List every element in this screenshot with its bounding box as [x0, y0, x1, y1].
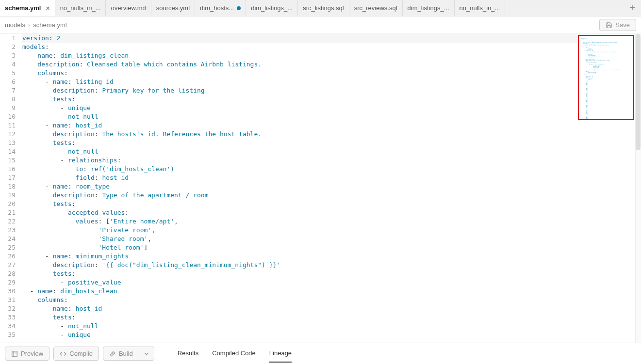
code-line[interactable]: description: Primary key for the listing — [22, 86, 641, 95]
code-line[interactable]: to: ref('dim_hosts_clean') — [22, 165, 641, 174]
save-icon — [606, 22, 612, 29]
tab[interactable]: dim_listings_... — [246, 0, 298, 16]
line-number: 12 — [3, 130, 16, 139]
line-number-gutter: 1234567891011121314151617181920212223242… — [0, 34, 22, 343]
breadcrumb-item[interactable]: schema.yml — [33, 21, 66, 29]
line-number: 5 — [3, 69, 16, 78]
line-number: 33 — [3, 313, 16, 322]
line-number: 28 — [3, 269, 16, 278]
new-tab-button[interactable]: + — [624, 0, 641, 16]
code-line[interactable]: - unique — [22, 104, 641, 112]
save-button-label: Save — [615, 21, 630, 29]
line-number: 2 — [3, 43, 16, 51]
line-number: 31 — [3, 296, 16, 304]
scrollbar-thumb[interactable] — [636, 34, 641, 150]
breadcrumb: models › schema.yml — [5, 21, 67, 29]
code-line[interactable]: - name: dim_listings_clean — [22, 51, 641, 60]
code-line[interactable]: description: Cleansed table which contai… — [22, 60, 641, 69]
code-line[interactable]: - name: host_id — [22, 121, 641, 130]
line-number: 10 — [3, 112, 16, 121]
code-line[interactable]: tests: — [22, 95, 641, 104]
line-number: 32 — [3, 304, 16, 313]
save-button[interactable]: Save — [599, 19, 636, 31]
code-line[interactable]: 'Private room', — [22, 226, 641, 235]
code-line[interactable]: description: '{{ doc("dim_listing_clean_… — [22, 261, 641, 269]
minimap[interactable]: version: 2models: - name: dim_listings_c… — [578, 35, 634, 120]
line-number: 3 — [3, 51, 16, 60]
breadcrumb-item[interactable]: models — [5, 21, 25, 29]
code-line[interactable]: columns: — [22, 69, 641, 78]
code-line[interactable]: - unique — [22, 331, 641, 339]
code-line[interactable]: - positive_value — [22, 278, 641, 287]
line-number: 9 — [3, 104, 16, 112]
line-number: 6 — [3, 78, 16, 86]
build-button-group: Build — [103, 347, 154, 361]
code-line[interactable]: tests: — [22, 200, 641, 208]
line-number: 17 — [3, 174, 16, 182]
tab[interactable]: no_nulls_in_... — [55, 0, 106, 16]
code-line[interactable]: - not_null — [22, 147, 641, 156]
build-button-label: Build — [119, 350, 133, 357]
code-line[interactable]: field: host_id — [22, 174, 641, 182]
tab-label: no_nulls_in_... — [460, 4, 500, 12]
result-tabs: ResultsCompiled CodeLineage — [178, 345, 292, 363]
line-number: 22 — [3, 217, 16, 226]
code-line[interactable]: 'Hotel room'] — [22, 243, 641, 252]
code-line[interactable]: - name: dim_hosts_clean — [22, 287, 641, 296]
tab[interactable]: overview.md — [106, 0, 151, 16]
result-tab[interactable]: Lineage — [269, 345, 292, 363]
chevron-right-icon: › — [28, 21, 30, 29]
code-line[interactable]: description: The hosts's id. References … — [22, 130, 641, 139]
line-number: 18 — [3, 182, 16, 191]
code-line[interactable]: 'Shared room', — [22, 235, 641, 243]
tab[interactable]: sources.yml — [151, 0, 195, 16]
line-number: 11 — [3, 121, 16, 130]
tab-bar: schema.yml×no_nulls_in_...overview.mdsou… — [0, 0, 641, 16]
tab-label: src_listings.sql — [303, 4, 344, 12]
build-button[interactable]: Build — [103, 347, 139, 361]
code-line[interactable]: version: 2 — [22, 34, 641, 43]
result-tab[interactable]: Compiled Code — [212, 345, 256, 363]
line-number: 27 — [3, 261, 16, 269]
vertical-scrollbar[interactable] — [635, 34, 641, 343]
close-icon[interactable]: × — [46, 4, 49, 12]
code-line[interactable]: description: Type of the apartment / roo… — [22, 191, 641, 200]
tab[interactable]: src_reviews.sql — [349, 0, 403, 16]
code-line[interactable]: - accepted_values: — [22, 208, 641, 217]
svg-rect-0 — [12, 351, 17, 356]
compile-button[interactable]: Compile — [53, 347, 99, 361]
code-line[interactable]: - relationships: — [22, 156, 641, 165]
code-line[interactable]: - name: room_type — [22, 182, 641, 191]
line-number: 7 — [3, 86, 16, 95]
editor[interactable]: 1234567891011121314151617181920212223242… — [0, 34, 641, 343]
code-line[interactable]: values: ['Entire home/apt', — [22, 217, 641, 226]
build-dropdown-button[interactable] — [139, 347, 154, 361]
line-number: 26 — [3, 252, 16, 261]
preview-button[interactable]: Preview — [5, 347, 49, 361]
line-number: 34 — [3, 322, 16, 331]
hammer-icon — [109, 350, 116, 357]
tab-label: overview.md — [111, 4, 146, 12]
result-tab[interactable]: Results — [178, 345, 198, 363]
code-line[interactable]: - not_null — [22, 322, 641, 331]
code-line[interactable]: columns: — [22, 296, 641, 304]
code-line[interactable]: models: — [22, 43, 641, 51]
line-number: 35 — [3, 331, 16, 339]
code-line[interactable]: - name: listing_id — [22, 78, 641, 86]
tab[interactable]: schema.yml× — [0, 0, 55, 16]
line-number: 4 — [3, 60, 16, 69]
tab[interactable]: no_nulls_in_... — [455, 0, 506, 16]
code-line[interactable]: - name: minimum_nights — [22, 252, 641, 261]
line-number: 25 — [3, 243, 16, 252]
tab-label: no_nulls_in_... — [60, 4, 101, 12]
code-line[interactable]: tests: — [22, 313, 641, 322]
line-number: 20 — [3, 200, 16, 208]
code-line[interactable]: tests: — [22, 139, 641, 147]
tab[interactable]: src_listings.sql — [298, 0, 349, 16]
code-line[interactable]: tests: — [22, 269, 641, 278]
code-line[interactable]: - name: host_id — [22, 304, 641, 313]
tab[interactable]: dim_hosts... — [195, 0, 246, 16]
code-area[interactable]: version: 2models: - name: dim_listings_c… — [22, 34, 641, 343]
tab[interactable]: dim_listings_... — [403, 0, 455, 16]
code-line[interactable]: - not_null — [22, 112, 641, 121]
